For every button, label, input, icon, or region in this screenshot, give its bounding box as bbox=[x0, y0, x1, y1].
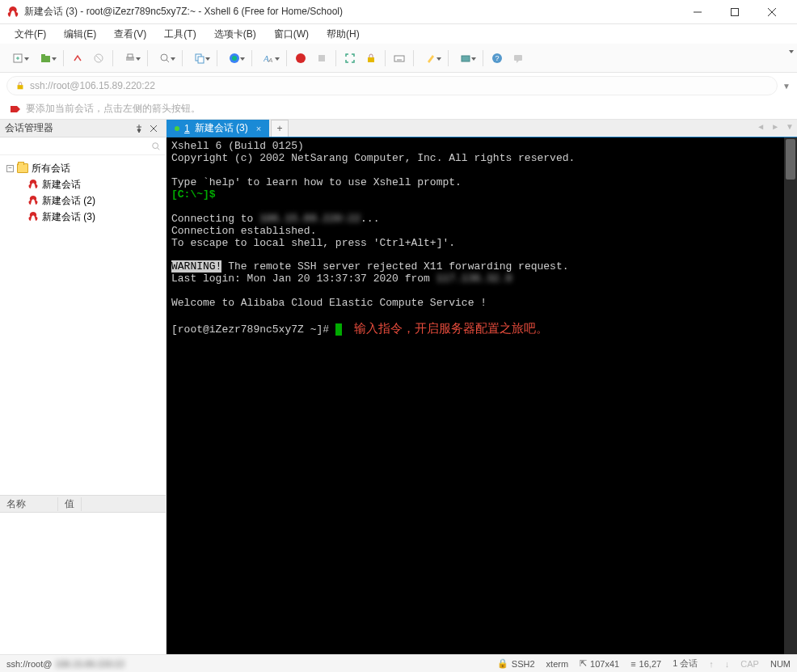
terminal-cursor bbox=[335, 323, 342, 336]
new-session-button[interactable] bbox=[6, 49, 31, 67]
properties-body bbox=[0, 513, 166, 654]
status-term: xterm bbox=[546, 659, 569, 669]
sidebar-pin-button[interactable] bbox=[132, 122, 146, 135]
record-button[interactable] bbox=[292, 49, 310, 67]
highlight-button[interactable] bbox=[419, 49, 443, 67]
session-icon bbox=[27, 179, 39, 190]
toolbar-overflow[interactable] bbox=[789, 50, 794, 53]
toolbar-separator bbox=[217, 50, 217, 66]
folder-icon bbox=[17, 163, 28, 173]
fullscreen-button[interactable] bbox=[341, 49, 359, 67]
close-button[interactable] bbox=[753, 0, 791, 24]
hint-text: 要添加当前会话，点击左侧的箭头按钮。 bbox=[26, 102, 200, 116]
toolbar-separator bbox=[385, 50, 386, 66]
tab-label: 新建会话 (3) bbox=[195, 121, 248, 135]
tab-number: 1 bbox=[184, 123, 190, 134]
address-input[interactable]: ssh://root@106.15.89.220:22 bbox=[6, 76, 778, 95]
status-connection: ssh://root@106.15.89.220:22 bbox=[6, 659, 486, 669]
svg-rect-32 bbox=[18, 85, 23, 89]
chat-button[interactable] bbox=[509, 49, 527, 67]
tab-prev-button[interactable]: ◄ bbox=[757, 122, 765, 131]
stop-button[interactable] bbox=[313, 49, 331, 67]
reconnect-button[interactable] bbox=[69, 49, 86, 67]
font-button[interactable]: AA bbox=[257, 49, 281, 67]
toolbar-separator bbox=[182, 50, 183, 66]
window-controls bbox=[679, 0, 791, 24]
status-ssh: 🔒 SSH2 bbox=[497, 658, 535, 669]
terminaloutput[interactable]: Xshell 6 (Build 0125) Copyright (c) 2002… bbox=[167, 137, 797, 654]
toolbar-separator bbox=[448, 50, 449, 66]
sidebar-header: 会话管理器 bbox=[0, 120, 166, 137]
rows-icon: ≡ bbox=[630, 659, 635, 669]
tab-list-button[interactable]: ▼ bbox=[786, 122, 794, 131]
maximize-button[interactable] bbox=[716, 0, 753, 24]
tabs-bar: 1 新建会话 (3) × + ◄ ► ▼ bbox=[167, 120, 797, 137]
lock-icon bbox=[15, 81, 25, 91]
print-button[interactable] bbox=[118, 49, 142, 67]
title-bar: 新建会话 (3) - root@iZezr789nc5xy7Z:~ - Xshe… bbox=[0, 0, 797, 24]
menu-file[interactable]: 文件(F) bbox=[6, 26, 54, 43]
menu-tabs[interactable]: 选项卡(B) bbox=[206, 26, 264, 43]
disconnect-button[interactable] bbox=[90, 49, 108, 67]
terminal-scrollbar[interactable] bbox=[784, 137, 797, 654]
status-upload-icon: ↑ bbox=[709, 659, 714, 669]
menu-view[interactable]: 查看(V) bbox=[106, 26, 154, 43]
menu-tools[interactable]: 工具(T) bbox=[156, 26, 204, 43]
menu-edit[interactable]: 编辑(E) bbox=[56, 26, 104, 43]
tab-nav: ◄ ► ▼ bbox=[757, 122, 794, 131]
search-icon bbox=[151, 142, 161, 151]
session-item[interactable]: 新建会话 (3) bbox=[3, 209, 162, 225]
svg-point-35 bbox=[153, 142, 158, 148]
prop-col-value[interactable]: 值 bbox=[58, 497, 82, 511]
sidebar-search[interactable] bbox=[0, 137, 166, 155]
svg-point-21 bbox=[296, 53, 306, 63]
window-title: 新建会话 (3) - root@iZezr789nc5xy7Z:~ - Xshe… bbox=[24, 5, 679, 19]
address-dropdown[interactable]: ▼ bbox=[782, 82, 791, 91]
transfer-button[interactable] bbox=[453, 49, 478, 67]
toolbar-separator bbox=[335, 50, 336, 66]
status-download-icon: ↓ bbox=[725, 659, 730, 669]
hint-bar: 要添加当前会话，点击左侧的箭头按钮。 bbox=[0, 99, 797, 120]
lock-icon: 🔒 bbox=[497, 658, 508, 669]
tree-root[interactable]: − 所有会话 bbox=[3, 160, 162, 176]
content-area: 1 新建会话 (3) × + ◄ ► ▼ Xshell 6 (Build 012… bbox=[167, 120, 797, 654]
color-button[interactable] bbox=[222, 49, 247, 67]
address-bar: ssh://root@106.15.89.220:22 ▼ bbox=[0, 73, 797, 99]
svg-point-13 bbox=[161, 54, 167, 61]
svg-rect-22 bbox=[318, 55, 325, 61]
session-icon bbox=[27, 211, 39, 222]
session-label: 新建会话 (2) bbox=[42, 194, 95, 208]
toolbar-separator bbox=[483, 50, 483, 66]
sidebar: 会话管理器 − 所有会话 新建会话 新建会话 (2) 新建会话 (3 bbox=[0, 120, 167, 654]
help-button[interactable]: ? bbox=[488, 49, 506, 67]
svg-rect-28 bbox=[462, 56, 470, 61]
find-button[interactable] bbox=[153, 49, 177, 67]
session-icon bbox=[27, 195, 39, 206]
expander-icon[interactable]: − bbox=[6, 165, 14, 172]
minimize-button[interactable] bbox=[679, 0, 716, 24]
svg-rect-23 bbox=[368, 57, 374, 62]
new-tab-button[interactable]: + bbox=[271, 120, 289, 137]
keyboard-button[interactable] bbox=[390, 49, 408, 67]
menu-window[interactable]: 窗口(W) bbox=[266, 26, 317, 43]
copy-button[interactable] bbox=[188, 49, 212, 67]
session-tab[interactable]: 1 新建会话 (3) × bbox=[167, 120, 269, 137]
prop-col-name[interactable]: 名称 bbox=[0, 497, 58, 511]
address-text: ssh://root@106.15.89.220:22 bbox=[30, 80, 155, 91]
sidebar-close-button[interactable] bbox=[146, 122, 161, 135]
svg-point-18 bbox=[232, 56, 237, 61]
svg-line-36 bbox=[158, 147, 160, 150]
tab-close-button[interactable]: × bbox=[256, 124, 261, 133]
lock-button[interactable] bbox=[362, 49, 380, 67]
open-folder-button[interactable] bbox=[34, 49, 58, 67]
svg-rect-1 bbox=[732, 8, 739, 15]
sidebar-title: 会话管理器 bbox=[5, 121, 132, 135]
toolbar-separator bbox=[286, 50, 287, 66]
session-item[interactable]: 新建会话 bbox=[3, 176, 162, 192]
bookmark-arrow-icon bbox=[10, 104, 21, 115]
menu-help[interactable]: 帮助(H) bbox=[318, 26, 368, 43]
tab-next-button[interactable]: ► bbox=[771, 122, 779, 131]
status-size: ⇱ 107x41 bbox=[580, 658, 619, 669]
status-dot-icon bbox=[175, 126, 179, 131]
session-item[interactable]: 新建会话 (2) bbox=[3, 192, 162, 209]
